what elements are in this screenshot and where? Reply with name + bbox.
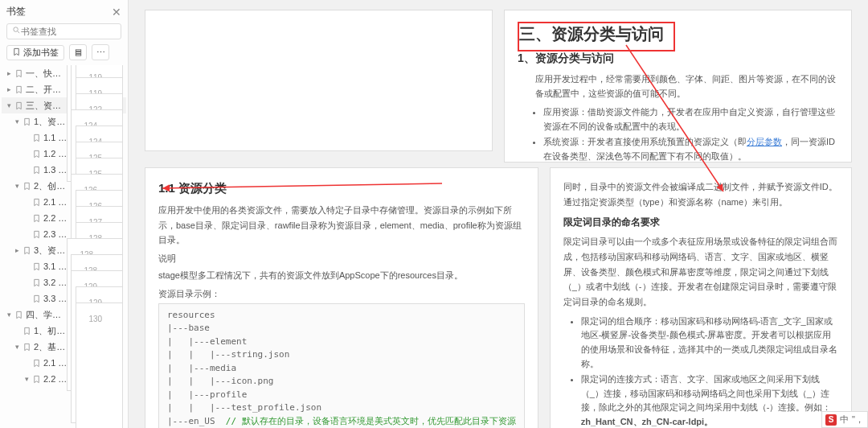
- chevron-icon: ▸: [13, 246, 21, 254]
- outline-label: 2、创建资源目录和资源文件: [32, 180, 71, 192]
- chevron-icon: ▸: [5, 85, 13, 93]
- chevron-icon: ▾: [13, 182, 21, 190]
- list-item: 系统资源：开发者直接使用系统预置的资源定义（即分层参数，同一资源ID在设备类型、…: [543, 135, 838, 163]
- tree-label: 资源目录示例：: [158, 288, 525, 300]
- outline-label: 四、学习ArkTs语言: [24, 309, 67, 321]
- layered-params-link[interactable]: 分层参数: [747, 137, 782, 146]
- paragraph: 限定词目录可以由一个或多个表征应用场景或设备特征的限定词组合而成，包括移动国家码…: [563, 234, 838, 309]
- bookmark-icon: [31, 230, 42, 239]
- bookmark-icon: [21, 117, 32, 126]
- bookmark-icon: [31, 375, 42, 384]
- outline-label: 一、快速入门: [24, 68, 67, 80]
- svg-line-1: [18, 31, 19, 33]
- bookmark-icon: [13, 85, 24, 94]
- bookmark-icon: [31, 359, 42, 368]
- note-text: stage模型多工程情况下，共有的资源文件放到AppScope下的resourc…: [158, 268, 525, 283]
- search-input[interactable]: [21, 27, 132, 36]
- chevron-icon: ▾: [13, 343, 21, 351]
- outline-label: 2.2 声明式UI描述: [42, 373, 76, 385]
- add-bookmark-button[interactable]: 添加书签: [6, 45, 64, 60]
- search-icon: [12, 26, 21, 37]
- resource-tree-code: resources |---base | |---element | | |--…: [158, 303, 525, 428]
- section-heading: 三、资源分类与访问: [519, 23, 664, 45]
- bookmark-icon: [21, 343, 32, 352]
- svg-rect-4: [76, 54, 80, 56]
- bookmark-icon: [31, 198, 42, 207]
- ime-indicator[interactable]: S 中 "，: [821, 411, 868, 428]
- bookmark-icon: [31, 214, 42, 223]
- bookmark-icon: [21, 182, 32, 191]
- close-icon[interactable]: ✕: [112, 6, 121, 19]
- outline-label: 三、资源分类与访问: [24, 100, 67, 112]
- bookmark-icon: [31, 134, 42, 142]
- bookmark-icon: [31, 166, 42, 175]
- outline-label: 1、资源分类与访问: [32, 116, 71, 128]
- subsection-heading: 1.1 资源分类: [158, 181, 525, 196]
- bookmarks-sidebar: 书签 ✕ 添加书签 ⋯ ▸一、快速入门1▸二、开发基础知识31▾三: [0, 0, 129, 428]
- list-item: 限定词的组合顺序：移动国家码和移动网络码-语言_文字_国家或地区-横竖屏-设备类…: [581, 315, 838, 371]
- paragraph: 应用开发中使用的各类资源文件，需要放入特定子目录中存储管理。资源目录的示例如下所…: [158, 203, 525, 248]
- chevron-icon: ▾: [5, 101, 13, 109]
- outline-label: 3、资源访问: [32, 245, 71, 257]
- svg-point-0: [14, 27, 18, 32]
- subhead: 限定词目录的命名要求: [563, 216, 838, 229]
- bookmark-icon: [31, 150, 42, 158]
- page-panel-bottom-left: 1.1 资源分类 应用开发中使用的各类资源文件，需要放入特定子目录中存储管理。资…: [145, 167, 538, 428]
- list-item: 应用资源：借助资源文件能力，开发者在应用中自定义资源，自行管理这些资源在不同的设…: [543, 105, 838, 134]
- more-button[interactable]: ⋯: [92, 44, 109, 60]
- ime-logo-icon: S: [825, 414, 837, 426]
- list-item: 限定词的连接方式：语言、文字、国家或地区之间采用下划线（_）连接，移动国家码和移…: [581, 372, 838, 428]
- subsection-heading: 1、资源分类与访问: [518, 51, 838, 66]
- paragraph: 同时，目录中的资源文件会被编译成二进制文件，并赋予资源文件ID。通过指定资源类型…: [563, 179, 838, 209]
- bookmark-outline: ▸一、快速入门1▸二、开发基础知识31▾三、资源分类与访问118▾1、资源分类与…: [0, 65, 128, 428]
- chevron-icon: ▾: [5, 311, 13, 319]
- outline-label: 二、开发基础知识: [24, 84, 67, 96]
- bookmark-icon: [31, 294, 42, 303]
- add-bookmark-label: 添加书签: [23, 47, 59, 59]
- bookmark-icon: [13, 311, 24, 319]
- chevron-icon: ▾: [13, 117, 21, 126]
- outline-label: 1、初识ArkTS语言: [32, 325, 71, 337]
- svg-rect-3: [76, 51, 80, 53]
- intro-paragraph: 应用开发过程中，经常需要用到颜色、字体、间距、图片等资源，在不同的设备或配置中，…: [535, 72, 838, 101]
- note-label: 说明: [158, 253, 525, 265]
- chevron-icon: ▾: [23, 375, 31, 383]
- bookmark-icon: [13, 101, 24, 110]
- page-panel-bottom-right: 同时，目录中的资源文件会被编译成二进制文件，并赋予资源文件ID。通过指定资源类型…: [550, 167, 852, 428]
- bookmark-search[interactable]: [6, 23, 121, 39]
- bookmark-icon: [12, 47, 21, 58]
- svg-rect-2: [76, 49, 80, 51]
- ime-lang: 中: [840, 414, 849, 426]
- page-panel-top-right: 三、资源分类与访问 1、资源分类与访问 应用开发过程中，经常需要用到颜色、字体、…: [504, 10, 852, 163]
- bookmark-icon: [21, 246, 32, 255]
- page-panel-top-left: [145, 10, 493, 151]
- sidebar-title: 书签: [6, 5, 26, 19]
- chevron-icon: ▸: [5, 69, 13, 77]
- bookmark-icon: [31, 278, 42, 287]
- bookmark-icon: [31, 262, 42, 271]
- outline-label: 2、基本语法: [32, 341, 71, 353]
- outline-label: 2.1 基本语法概述: [42, 357, 76, 369]
- page-viewport[interactable]: 三、资源分类与访问 1、资源分类与访问 应用开发过程中，经常需要用到颜色、字体、…: [129, 0, 868, 428]
- ime-punct: "，: [852, 414, 864, 426]
- outline-item[interactable]: ▾2.2 声明式UI描述130: [2, 371, 126, 387]
- outline-options-button[interactable]: [69, 44, 87, 60]
- bookmark-icon: [21, 327, 32, 335]
- bookmark-icon: [13, 69, 24, 78]
- outline-page: 130: [76, 302, 124, 428]
